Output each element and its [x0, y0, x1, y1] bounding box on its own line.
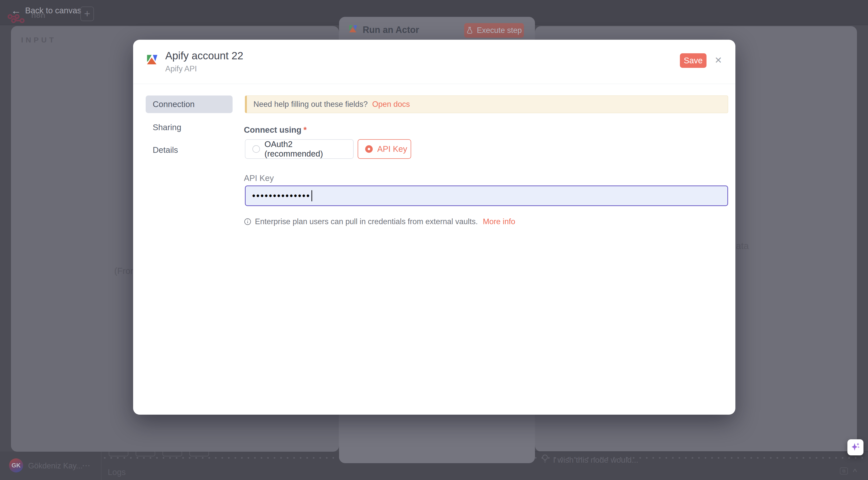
open-docs-link[interactable]: Open docs [372, 100, 410, 109]
logs-tab[interactable]: Logs [108, 468, 126, 477]
feedback-bar-divider [535, 451, 868, 452]
sidebar-divider [101, 452, 101, 480]
oauth2-option-label: OAuth2 (recommended) [265, 140, 353, 158]
enterprise-note: Enterprise plan users can pull in creden… [244, 217, 516, 226]
back-to-canvas-label: Back to canvas [25, 6, 82, 15]
text-cursor [311, 190, 312, 201]
header-divider [133, 84, 735, 84]
help-banner-text: Need help filling out these fields? [253, 100, 368, 109]
api-key-field-label: API Key [244, 173, 274, 183]
ai-assistant-button[interactable] [847, 439, 864, 455]
api-key-input[interactable]: •••••••••••••• [245, 185, 728, 206]
enterprise-note-text: Enterprise plan users can pull in creden… [255, 217, 478, 226]
execute-step-label: Execute step [477, 26, 522, 35]
masked-api-key-value: •••••••••••••• [252, 191, 310, 200]
tab-connection[interactable]: Connection [146, 95, 232, 113]
tab-sharing[interactable]: Sharing [146, 119, 232, 136]
chevron-up-icon[interactable]: ^ [853, 467, 857, 477]
connect-using-label: Connect using* [244, 125, 307, 135]
radio-unselected-icon [252, 145, 260, 153]
node-feedback-input[interactable]: I wish this node would... [553, 455, 639, 465]
credential-subtitle: Apify API [165, 64, 197, 73]
sparkle-icon [850, 442, 861, 453]
api-key-option[interactable]: API Key [358, 139, 411, 159]
back-arrow-icon: ← [11, 5, 21, 16]
app-root: n8n ← Back to canvas + INPUT (From Run a… [0, 0, 868, 480]
oauth2-option[interactable]: OAuth2 (recommended) [245, 139, 353, 159]
user-avatar[interactable]: GK [9, 458, 23, 473]
flask-icon [466, 27, 473, 34]
credential-modal: Apify account 22 Apify API Save ✕ Connec… [133, 40, 735, 415]
tab-details[interactable]: Details [146, 141, 232, 159]
apify-logo [145, 53, 159, 67]
plus-icon: + [84, 8, 90, 20]
execute-step-button[interactable]: Execute step [464, 23, 524, 38]
user-initials: GK [11, 462, 21, 469]
help-banner: Need help filling out these fields? Open… [245, 95, 728, 113]
user-name[interactable]: Gökdeniz Kay... [28, 461, 83, 471]
output-panel-partial-text: ata [736, 241, 749, 251]
lightbulb-icon [541, 454, 549, 463]
node-title: Run an Actor [363, 25, 419, 35]
close-icon[interactable]: ✕ [711, 53, 726, 68]
input-panel-title: INPUT [21, 36, 56, 44]
back-to-canvas-button[interactable]: ← Back to canvas [11, 5, 82, 16]
radio-selected-icon [365, 145, 373, 153]
shortcut-icon: ⧉ [840, 468, 848, 475]
more-info-link[interactable]: More info [483, 217, 515, 226]
apify-node-icon [348, 24, 359, 35]
add-button[interactable]: + [81, 6, 94, 21]
required-asterisk: * [303, 125, 307, 134]
user-menu-ellipsis-icon[interactable]: ⋯ [82, 460, 91, 471]
save-button[interactable]: Save [680, 53, 707, 68]
api-key-option-label: API Key [377, 144, 407, 154]
credential-title: Apify account 22 [165, 50, 243, 62]
info-icon [244, 218, 251, 226]
